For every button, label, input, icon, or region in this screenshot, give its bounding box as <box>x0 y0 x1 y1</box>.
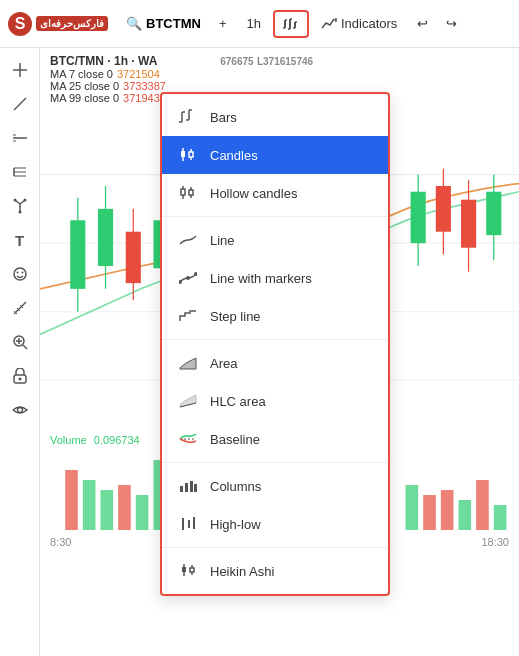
menu-item-area[interactable]: Area <box>162 344 388 382</box>
svg-rect-78 <box>494 505 507 530</box>
svg-point-24 <box>18 211 21 214</box>
add-button[interactable]: + <box>211 12 235 35</box>
fork-tool[interactable] <box>6 192 34 220</box>
svg-rect-101 <box>180 486 183 492</box>
baseline-icon <box>178 429 198 449</box>
step-line-icon <box>178 306 198 326</box>
chart-type-icon <box>283 16 299 32</box>
divider-2 <box>162 339 388 340</box>
zoom-tool[interactable] <box>6 328 34 356</box>
svg-rect-65 <box>65 470 78 530</box>
menu-item-line[interactable]: Line <box>162 221 388 259</box>
svg-point-98 <box>186 276 190 280</box>
horizontal-line-tool[interactable] <box>6 124 34 152</box>
bars-icon <box>178 107 198 127</box>
horizontal-line-icon <box>12 130 28 146</box>
left-sidebar: T <box>0 48 40 656</box>
lock-icon <box>13 368 27 384</box>
svg-rect-103 <box>190 481 193 492</box>
logo-area: S فارکس‌حرفه‌ای <box>8 12 108 36</box>
search-input[interactable]: 🔍 BTCTMN <box>120 12 207 35</box>
svg-rect-89 <box>189 152 193 157</box>
menu-item-heikin-ashi[interactable]: Heikin Ashi <box>162 552 388 590</box>
candles-icon <box>178 145 198 165</box>
measure-tool[interactable] <box>6 294 34 322</box>
chart-type-dropdown: Bars Candles <box>160 92 390 596</box>
columns-label: Columns <box>210 479 261 494</box>
menu-item-columns[interactable]: Columns <box>162 467 388 505</box>
high-low-label: High-low <box>210 517 261 532</box>
svg-line-13 <box>14 98 26 110</box>
svg-rect-50 <box>126 232 141 283</box>
menu-item-line-markers[interactable]: Line with markers <box>162 259 388 297</box>
ma25-label: MA 25 close 0 <box>50 80 119 92</box>
menu-item-hlc-area[interactable]: HLC area <box>162 382 388 420</box>
menu-item-baseline[interactable]: Baseline <box>162 420 388 458</box>
svg-rect-76 <box>458 500 471 530</box>
fibonacci-tool[interactable] <box>6 158 34 186</box>
svg-point-25 <box>13 199 16 202</box>
trend-line-tool[interactable] <box>6 90 34 118</box>
zoom-icon <box>12 334 28 350</box>
area-label: Area <box>210 356 237 371</box>
menu-item-step-line[interactable]: Step line <box>162 297 388 335</box>
redo-button[interactable]: ↪ <box>438 12 465 35</box>
indicators-label: Indicators <box>341 16 397 31</box>
fibonacci-icon <box>12 164 28 180</box>
trend-line-icon <box>12 96 28 112</box>
svg-rect-102 <box>185 483 188 492</box>
logo-text: فارکس‌حرفه‌ای <box>36 16 108 31</box>
svg-rect-6 <box>294 22 296 28</box>
crosshair-tool[interactable] <box>6 56 34 84</box>
symbol-label: BTCTMN <box>146 16 201 31</box>
menu-item-candles[interactable]: Candles <box>162 136 388 174</box>
interval-label: 1h <box>246 16 260 31</box>
lock-tool[interactable] <box>6 362 34 390</box>
svg-rect-68 <box>118 485 131 530</box>
heikin-ashi-label: Heikin Ashi <box>210 564 274 579</box>
undo-redo-group: ↩ ↪ <box>409 12 465 35</box>
interval-button[interactable]: 1h <box>238 12 268 35</box>
undo-button[interactable]: ↩ <box>409 12 436 35</box>
hlc-area-label: HLC area <box>210 394 266 409</box>
emoji-tool[interactable] <box>6 260 34 288</box>
columns-icon <box>178 476 198 496</box>
emoji-icon <box>12 266 28 282</box>
measure-icon <box>12 300 28 316</box>
line-label: Line <box>210 233 235 248</box>
add-icon: + <box>219 16 227 31</box>
chart-type-button[interactable] <box>273 10 309 38</box>
menu-item-bars[interactable]: Bars <box>162 98 388 136</box>
heikin-ashi-icon <box>178 561 198 581</box>
price-low: L371615746 <box>257 56 313 67</box>
svg-rect-0 <box>284 20 286 28</box>
svg-rect-46 <box>70 220 85 289</box>
volume-value: 0.096734 <box>94 434 140 446</box>
hollow-candles-label: Hollow candles <box>210 186 297 201</box>
indicators-button[interactable]: Indicators <box>313 12 405 36</box>
line-markers-icon <box>178 268 198 288</box>
svg-rect-69 <box>136 495 149 530</box>
menu-item-high-low[interactable]: High-low <box>162 505 388 543</box>
svg-line-35 <box>23 345 27 349</box>
chart-title: BTC/TMN · 1h · WA 676675 L371615746 <box>50 54 509 68</box>
divider-3 <box>162 462 388 463</box>
hlc-area-icon <box>178 391 198 411</box>
svg-rect-60 <box>436 186 451 232</box>
time-label-start: 8:30 <box>50 536 71 548</box>
eye-tool[interactable] <box>6 396 34 424</box>
price-high: 676675 <box>220 56 253 67</box>
baseline-label: Baseline <box>210 432 260 447</box>
text-tool[interactable]: T <box>6 226 34 254</box>
menu-item-hollow-candles[interactable]: Hollow candles <box>162 174 388 212</box>
svg-rect-75 <box>441 490 454 530</box>
area-icon <box>178 353 198 373</box>
svg-point-29 <box>21 272 23 274</box>
toolbar: S فارکس‌حرفه‌ای 🔍 BTCTMN + 1h Indica <box>0 0 519 48</box>
search-icon: 🔍 <box>126 16 142 31</box>
svg-rect-3 <box>289 19 291 29</box>
text-icon: T <box>15 232 24 249</box>
svg-rect-58 <box>411 192 426 243</box>
svg-rect-104 <box>194 484 197 492</box>
svg-rect-64 <box>486 192 501 235</box>
